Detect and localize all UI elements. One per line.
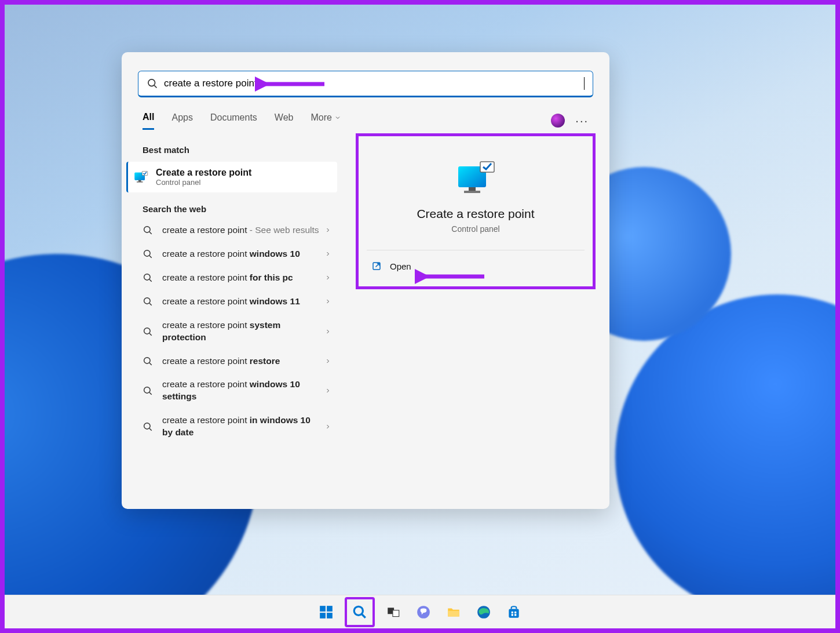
annotation-frame	[0, 0, 840, 633]
annotation-arrow	[415, 268, 490, 285]
annotation-arrow	[255, 75, 330, 93]
